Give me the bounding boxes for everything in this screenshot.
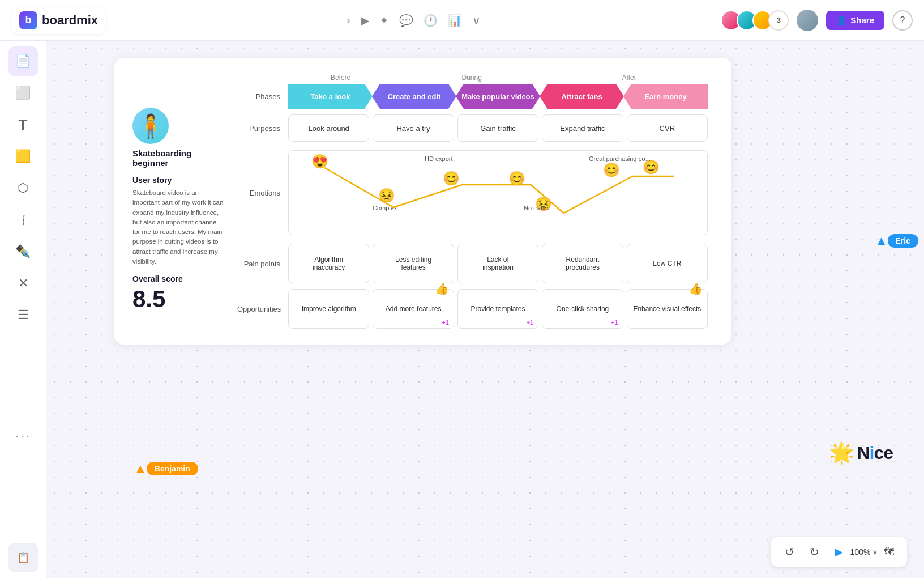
opp-plus-3: +1	[611, 319, 618, 326]
opp-cells: Improve algorithm 👍 Add more features +1…	[288, 289, 708, 329]
phase-earn-money[interactable]: Earn money	[623, 84, 708, 109]
sidebar-item-pages[interactable]: 📄	[8, 46, 38, 76]
opp-plus-2: +1	[527, 319, 534, 326]
sidebar-item-line[interactable]: ⟋	[2, 199, 44, 240]
play-icon[interactable]: ▶	[361, 14, 369, 27]
purpose-gain-traffic: Gain traffic	[457, 114, 538, 142]
topbar-tools: › ▶ ✦ 💬 🕐 📊 ∨	[346, 14, 481, 27]
pain-low-ctr: Low CTR	[627, 244, 708, 283]
emoji-happy1: 😊	[443, 171, 460, 186]
nice-text: Nice	[857, 443, 893, 464]
logo-text: boardmix	[42, 13, 98, 28]
map-button[interactable]: 🗺	[879, 542, 899, 562]
pain-points-label: Pain points	[237, 260, 288, 268]
pain-less-editing: Less editingfeatures	[373, 244, 454, 283]
topbar-left: b boardmix	[11, 7, 106, 34]
help-button[interactable]: ?	[892, 10, 913, 31]
period-before: Before	[288, 74, 393, 82]
phase-make-popular[interactable]: Make popular videos	[456, 84, 540, 109]
share-icon: 👤	[836, 15, 847, 26]
emotion-label-hd: HD export	[425, 155, 453, 162]
topbar-right: 3 👤 Share ?	[721, 10, 913, 31]
chat-icon[interactable]: 💬	[399, 14, 413, 27]
opp-enhance-visual: 👍 Enhance visual effects	[627, 289, 708, 329]
sidebar-dots: ···	[15, 429, 31, 444]
redo-button[interactable]: ↻	[804, 542, 824, 562]
sidebar-item-pen[interactable]: ✒️	[8, 237, 38, 266]
zoom-control[interactable]: 100% ∨	[854, 542, 874, 562]
phase-attract-fans[interactable]: Attract fans	[540, 84, 624, 109]
pain-inspiration: Lack ofinspiration	[457, 244, 538, 283]
user-story-text: Skateboard video is an important part of…	[132, 188, 227, 266]
user-story-title: User story	[132, 176, 227, 185]
phase-create-and-edit[interactable]: Create and edit	[372, 84, 456, 109]
sidebar-item-sticky[interactable]: 🟨	[8, 142, 38, 171]
sidebar: 📄 ⬜ T 🟨 ⬡ ⟋ ✒️ ✕ ☰ ··· 📋	[0, 41, 46, 578]
opp-plus-1: +1	[442, 319, 449, 326]
more-icon[interactable]: ∨	[472, 14, 481, 27]
journey-table: Before During After Phases Take a look C…	[237, 74, 708, 329]
purpose-look-around: Look around	[288, 114, 369, 142]
sidebar-item-list[interactable]: ☰	[8, 300, 38, 330]
pain-redundant: Redundantprocudures	[542, 244, 623, 283]
emoji-happy2: 😊	[508, 171, 525, 186]
sidebar-bottom-present[interactable]: 📋	[8, 543, 38, 572]
nice-sticker: 🌟 Nice	[829, 441, 893, 465]
phases-label: Phases	[237, 92, 288, 101]
period-after: After	[550, 74, 708, 82]
period-row: Before During After	[288, 74, 708, 82]
emotion-label-complex: Complex	[373, 205, 397, 211]
emotions-label: Emotions	[237, 189, 288, 197]
star-icon[interactable]: ✦	[379, 14, 389, 27]
logo-icon: b	[19, 11, 37, 29]
purpose-expand-traffic: Expand traffic	[542, 114, 623, 142]
nice-sun-icon: 🌟	[829, 441, 854, 465]
sidebar-item-text[interactable]: T	[8, 110, 38, 139]
purpose-cvr: CVR	[627, 114, 708, 142]
canvas: ▲ Fabian ▲ Eric ▲ Benjamin 🌟 Nice 🧍 Skat…	[46, 41, 924, 578]
persona-name: Skateboarding beginner	[132, 148, 227, 168]
sidebar-item-frame[interactable]: ⬜	[8, 78, 38, 108]
pain-points-row: Pain points Algorithminaccuracy Less edi…	[237, 244, 708, 283]
cursor-benjamin-arrow: ▲	[134, 461, 147, 476]
left-panel: 🧍 Skateboarding beginner User story Skat…	[132, 74, 237, 329]
cursor-tool-button[interactable]: ▶	[829, 542, 849, 562]
emotion-label-notraffic: No traffic	[524, 205, 549, 211]
thumb-up-icon-2: 👍	[688, 282, 703, 295]
cursor-eric-label: Eric	[888, 234, 918, 248]
zoom-chevron-icon: ∨	[872, 548, 878, 556]
share-button[interactable]: 👤 Share	[826, 11, 884, 30]
share-label: Share	[850, 15, 874, 25]
phase-take-a-look[interactable]: Take a look	[288, 84, 373, 109]
cursor-eric: ▲ Eric	[875, 233, 918, 248]
avatar-self[interactable]	[797, 10, 818, 31]
opp-provide-templates: Provide templates +1	[457, 289, 538, 329]
help-icon: ?	[900, 15, 905, 26]
logo-box[interactable]: b boardmix	[11, 7, 106, 34]
purposes-row: Purposes Look around Have a try Gain tra…	[237, 114, 708, 142]
history-icon[interactable]: 🕐	[424, 14, 438, 27]
purpose-cells: Look around Have a try Gain traffic Expa…	[288, 114, 708, 142]
opportunities-row: Opportunities Improve algorithm 👍 Add mo…	[237, 289, 708, 329]
opp-add-features: 👍 Add more features +1	[373, 289, 454, 329]
pain-cells: Algorithminaccuracy Less editingfeatures…	[288, 244, 708, 283]
sidebar-item-shapes[interactable]: ⬡	[8, 173, 38, 203]
sidebar-item-eraser[interactable]: ✕	[8, 269, 38, 298]
purposes-label: Purposes	[237, 124, 288, 133]
arrow-right-icon[interactable]: ›	[346, 14, 350, 27]
opportunities-label: Opportunities	[237, 305, 288, 313]
emotion-label-great: Great purchasing po...	[589, 155, 651, 162]
cursor-benjamin: ▲ Benjamin	[134, 461, 198, 476]
emotions-row: Emotions 😍 😣 😊 😊 😣 😊 😊	[237, 147, 708, 238]
overall-score: 8.5	[132, 286, 227, 313]
journey-map: 🧍 Skateboarding beginner User story Skat…	[114, 58, 732, 345]
chart-icon[interactable]: 📊	[448, 14, 462, 27]
undo-button[interactable]: ↺	[779, 542, 799, 562]
phases-row: Phases Take a look Create and edit Make …	[237, 84, 708, 109]
pain-algorithm: Algorithminaccuracy	[288, 244, 369, 283]
period-during: During	[393, 74, 550, 82]
emotions-chart: 😍 😣 😊 😊 😣 😊 😊 HD export Complex No traff…	[288, 150, 708, 235]
zoom-label: 100%	[850, 547, 871, 556]
phases-track: Take a look Create and edit Make popular…	[288, 84, 708, 109]
emoji-complex: 😣	[378, 188, 395, 203]
